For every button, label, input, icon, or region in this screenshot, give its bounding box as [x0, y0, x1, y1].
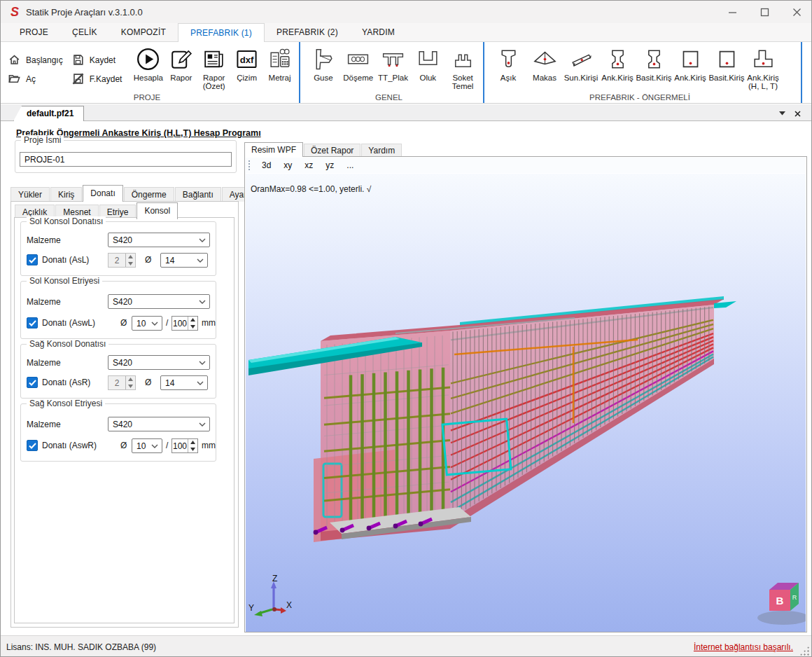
ribbon-button-kaydet[interactable]: Kaydet	[71, 50, 122, 69]
ribbon-button-a-k[interactable]: Aşık	[491, 46, 526, 90]
group-title: Sol Konsol Etriyesi	[27, 276, 102, 286]
doc-tab-close-icon[interactable]	[792, 108, 803, 119]
app-logo-letter: S	[10, 5, 19, 19]
chevron-down-icon	[199, 422, 206, 427]
double-tee-slab-icon	[380, 46, 406, 72]
maximize-button[interactable]	[748, 1, 780, 23]
ribbon-button-a[interactable]: Aç	[8, 69, 63, 88]
ribbon-button-izim[interactable]: dxfÇizim	[231, 46, 262, 90]
donati-aswl-checkbox[interactable]	[27, 317, 38, 328]
view-3d-button[interactable]: 3d	[255, 160, 277, 170]
button-label: Metraj	[269, 74, 291, 82]
app-window: S Statik Proje Araçları v.3.1.0.0 PROJE …	[0, 0, 812, 657]
menu-tab-yardim[interactable]: YARDIM	[350, 23, 407, 41]
internet-status-link[interactable]: İnternet bağlantısı başarılı.	[694, 642, 793, 652]
ribbon-button-tt-plak[interactable]: TT_Plak	[377, 46, 410, 90]
save-icon	[71, 53, 85, 67]
i-beam-section-icon	[605, 46, 631, 72]
ribbon-button-oluk[interactable]: Oluk	[411, 46, 444, 90]
menu-tab-prefabrik-2[interactable]: PREFABRIK (2)	[265, 23, 350, 41]
ribbon-button-ank-kiri[interactable]: Ank.Kiriş	[600, 46, 635, 90]
ribbon-button-soket-temel[interactable]: Soket Temel	[446, 46, 479, 90]
stirrup-diameter-combo[interactable]: 10	[132, 438, 162, 453]
ribbon-button-ank-kiri[interactable]: Ank.Kiriş	[673, 46, 708, 90]
ribbon-button-basit-kiri[interactable]: Basit.Kiriş	[636, 46, 671, 90]
home-icon	[8, 53, 21, 67]
ribbon-button-basit-kiri[interactable]: Basit.Kiriş	[709, 46, 744, 90]
donati-asr-checkbox[interactable]	[27, 377, 38, 388]
tab-ozet-rapor[interactable]: Özet Rapor	[304, 144, 360, 157]
viewer-tabs: Resim WPF Özet Rapor Yardım	[244, 142, 402, 157]
ribbon-button-ank-kiri-h-l-t[interactable]: Ank.Kiriş (H, L, T)	[746, 46, 780, 90]
phi-label: Ø	[145, 378, 151, 387]
donati-asl-checkbox[interactable]	[27, 254, 38, 265]
malzeme-combo[interactable]: S420	[108, 294, 210, 309]
minimize-button[interactable]	[716, 1, 748, 23]
button-label: Rapor	[170, 74, 192, 82]
tab-ongerme[interactable]: Öngerme	[124, 187, 174, 202]
hollow-core-slab-icon	[345, 46, 371, 72]
ribbon-button-sun-kiri-i[interactable]: Sun.Kirişi	[564, 46, 598, 90]
count-spinner[interactable]: 2	[108, 375, 136, 390]
3d-viewport[interactable]: OranMax=0.98 <=1.00, yeterli. √	[246, 174, 806, 632]
ribbon-button-ba-lang[interactable]: Başlangıç	[8, 50, 63, 69]
tab-resim-wpf[interactable]: Resim WPF	[244, 142, 303, 157]
tab-yardim[interactable]: Yardım	[361, 144, 402, 157]
close-button[interactable]	[780, 1, 812, 23]
ribbon-button-rapor[interactable]: Rapor	[165, 46, 197, 90]
roof-truss-icon	[532, 46, 558, 72]
tab-kiris[interactable]: Kiriş	[50, 187, 82, 202]
document-tab[interactable]: default.pf21	[13, 106, 84, 121]
malzeme-combo[interactable]: S420	[108, 355, 210, 370]
toolbar-grip-icon[interactable]	[248, 160, 251, 170]
ribbon-button-hesapla[interactable]: Hesapla	[132, 46, 164, 90]
donati-aswr-checkbox[interactable]	[27, 440, 38, 451]
button-label: Döşeme	[343, 74, 373, 82]
doc-tab-dropdown-icon[interactable]	[776, 108, 788, 119]
view-yz-button[interactable]: yz	[319, 160, 340, 170]
ribbon-button-guse[interactable]: Guse	[307, 46, 340, 90]
malzeme-combo[interactable]: S420	[108, 417, 210, 431]
calculate-play-icon	[135, 46, 161, 72]
diameter-combo[interactable]: 14	[160, 253, 208, 268]
spinner-arrows-icon[interactable]	[125, 254, 135, 267]
tab-donati[interactable]: Donatı	[83, 185, 122, 202]
spacing-spinner[interactable]: 100	[172, 438, 198, 453]
spacing-spinner[interactable]: 100	[172, 316, 198, 331]
tab-yukler[interactable]: Yükler	[10, 187, 50, 202]
button-label: Makas	[533, 74, 556, 82]
resize-grip-icon[interactable]	[799, 646, 809, 656]
malzeme-combo[interactable]: S420	[108, 233, 210, 247]
donati-asl-label: Donatı (AsL)	[42, 255, 89, 265]
count-spinner[interactable]: 2	[108, 253, 136, 268]
spinner-arrows-icon[interactable]	[188, 317, 197, 330]
menu-tab-proje[interactable]: PROJE	[8, 23, 60, 41]
spinner-arrows-icon[interactable]	[125, 376, 135, 389]
view-more-button[interactable]: ...	[340, 160, 360, 170]
button-label: F.Kaydet	[90, 74, 122, 84]
ribbon-button-f-kaydet[interactable]: F.Kaydet	[71, 69, 122, 88]
view-toolbar: 3d xy xz yz ...	[246, 158, 806, 173]
tab-konsol[interactable]: Konsol	[136, 202, 178, 219]
menu-tab-celik[interactable]: ÇELİK	[60, 23, 109, 41]
diameter-combo[interactable]: 14	[160, 375, 208, 390]
ribbon-button-makas[interactable]: Makas	[527, 46, 562, 90]
view-xy-button[interactable]: xy	[277, 160, 298, 170]
dxf-drawing-icon: dxf	[234, 46, 260, 72]
button-label: Rapor (Özet)	[198, 74, 230, 90]
ribbon-button-d-eme[interactable]: Döşeme	[342, 46, 375, 90]
stirrup-diameter-combo[interactable]: 10	[132, 316, 162, 331]
ribbon-button-metraj[interactable]: Metraj	[264, 46, 295, 90]
menu-tab-kompozit[interactable]: KOMPOZİT	[109, 23, 178, 41]
spinner-arrows-icon[interactable]	[188, 439, 197, 452]
view-xz-button[interactable]: xz	[298, 160, 319, 170]
group-title: Sol Konsol Donatısı	[27, 216, 106, 226]
button-label: Sun.Kirişi	[564, 74, 598, 82]
menu-tab-prefabrik-1[interactable]: PREFABRIK (1)	[178, 23, 265, 42]
tab-baglanti[interactable]: Bağlantı	[175, 187, 221, 202]
button-label: Başlangıç	[26, 55, 63, 65]
ribbon-button-rapor-zet[interactable]: Rapor (Özet)	[198, 46, 230, 90]
chevron-down-icon	[199, 360, 206, 366]
axis-y-label: Y	[248, 603, 254, 613]
project-name-input[interactable]	[20, 152, 232, 167]
